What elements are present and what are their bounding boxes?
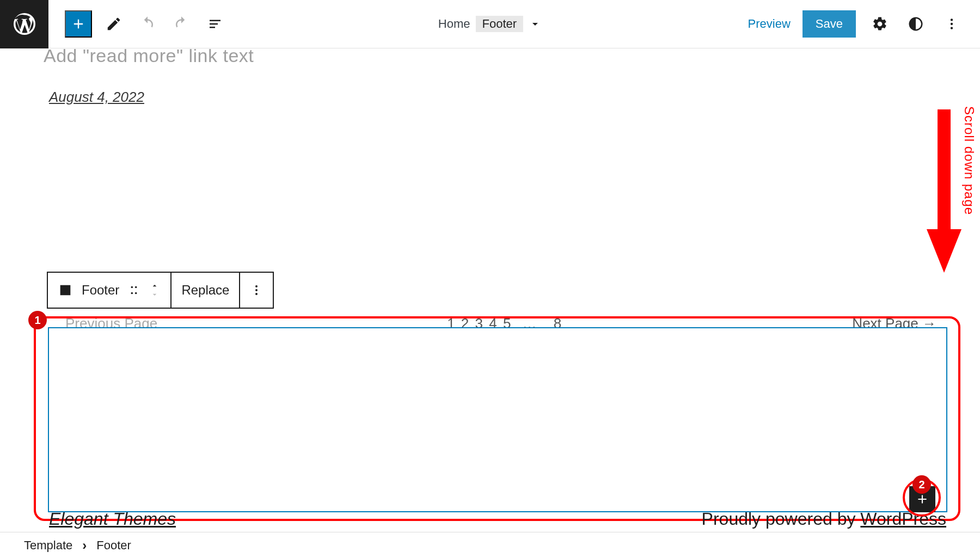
toolbar-right: Preview Save — [748, 10, 980, 38]
svg-point-5 — [131, 286, 133, 289]
add-block-button[interactable] — [65, 10, 92, 38]
settings-button[interactable] — [868, 12, 892, 36]
tools-button[interactable] — [102, 12, 126, 36]
kebab-icon — [250, 284, 263, 297]
breadcrumb: Template › Footer — [0, 532, 980, 558]
plus-icon — [71, 16, 86, 32]
list-view-button[interactable] — [203, 12, 227, 36]
replace-segment[interactable]: Replace — [170, 273, 239, 308]
annotation-scroll-label: Scroll down page — [961, 106, 977, 215]
post-date[interactable]: August 4, 2022 — [49, 89, 144, 106]
svg-point-11 — [255, 293, 258, 295]
chevron-down-icon — [529, 17, 542, 30]
breadcrumb-separator: › — [82, 538, 87, 553]
drag-icon[interactable] — [128, 284, 140, 296]
pencil-icon — [106, 16, 122, 32]
svg-point-7 — [131, 292, 133, 295]
kebab-icon — [945, 17, 959, 31]
redo-button[interactable] — [169, 12, 193, 36]
annotation-badge-1: 1 — [28, 311, 47, 329]
list-view-icon — [207, 16, 223, 32]
breadcrumb-root[interactable]: Template — [24, 538, 72, 553]
template-part-chip: Footer — [476, 16, 524, 32]
wordpress-logo[interactable] — [0, 0, 48, 48]
arrow-down-icon — [927, 109, 961, 284]
document-title[interactable]: Home Footer — [438, 16, 542, 32]
gear-icon — [872, 16, 888, 32]
block-more-segment[interactable] — [239, 273, 273, 308]
footer-selection-area: Elegant Themes Proudly powered by WordPr… — [34, 316, 960, 521]
svg-point-2 — [951, 27, 953, 29]
breadcrumb-current[interactable]: Footer — [96, 538, 131, 553]
wordpress-icon — [11, 11, 38, 37]
svg-point-8 — [135, 292, 137, 295]
toolbar-left — [48, 10, 227, 38]
plus-icon — [915, 492, 929, 506]
read-more-placeholder[interactable]: Add "read more" link text — [44, 45, 254, 66]
editor-canvas[interactable]: Add "read more" link text August 4, 2022… — [0, 48, 980, 532]
undo-icon — [139, 16, 156, 32]
more-options-button[interactable] — [940, 12, 964, 36]
block-type-segment[interactable]: Footer — [48, 273, 170, 308]
footer-credits-row: Elegant Themes Proudly powered by WordPr… — [49, 509, 946, 529]
svg-point-10 — [255, 289, 258, 291]
block-type-label: Footer — [82, 283, 119, 298]
contrast-icon — [908, 16, 924, 32]
chevron-up-icon[interactable] — [149, 281, 161, 290]
save-button[interactable]: Save — [803, 10, 856, 38]
site-title[interactable]: Elegant Themes — [49, 509, 176, 529]
chevron-down-icon[interactable] — [149, 290, 161, 299]
template-name: Home — [438, 17, 470, 31]
redo-icon — [173, 16, 189, 32]
top-toolbar: Home Footer Preview Save — [0, 0, 980, 48]
template-part-icon — [58, 283, 73, 298]
svg-point-6 — [135, 286, 137, 289]
annotation-scroll: Scroll down page — [961, 104, 977, 215]
block-toolbar: Footer Replace — [47, 272, 274, 309]
preview-link[interactable]: Preview — [748, 17, 791, 31]
svg-point-9 — [255, 285, 258, 287]
replace-label: Replace — [181, 283, 229, 298]
mover-buttons — [149, 281, 161, 299]
svg-rect-3 — [938, 109, 951, 235]
svg-point-1 — [951, 23, 953, 25]
undo-button[interactable] — [136, 12, 160, 36]
styles-button[interactable] — [904, 12, 928, 36]
svg-marker-4 — [927, 229, 961, 273]
annotation-badge-2: 2 — [912, 475, 931, 494]
footer-template-part[interactable]: Elegant Themes Proudly powered by WordPr… — [48, 327, 947, 512]
svg-point-0 — [951, 19, 953, 21]
